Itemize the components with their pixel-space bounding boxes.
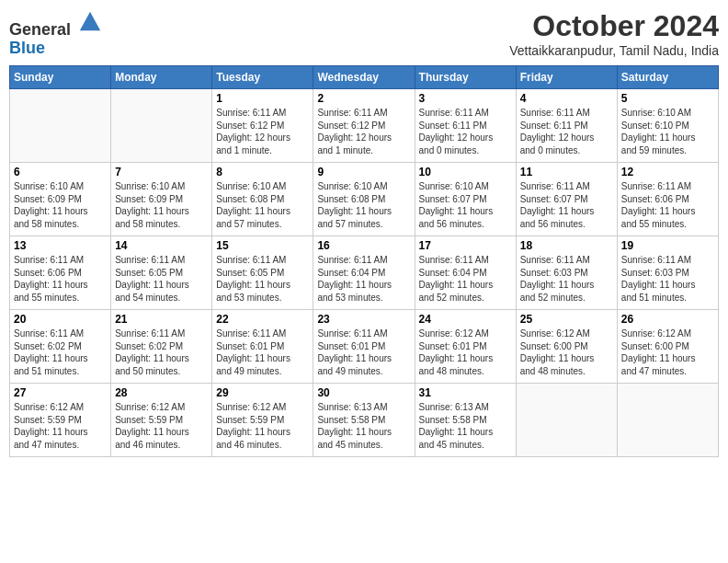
- day-number: 30: [317, 386, 410, 399]
- calendar-cell: 8Sunrise: 6:10 AMSunset: 6:08 PMDaylight…: [212, 163, 313, 236]
- day-number: 7: [115, 166, 208, 178]
- calendar-cell: 22Sunrise: 6:11 AMSunset: 6:01 PMDayligh…: [212, 310, 313, 384]
- day-info: Sunrise: 6:11 AMSunset: 6:01 PMDaylight:…: [317, 327, 410, 377]
- calendar-cell: [10, 89, 111, 163]
- day-header-thursday: Thursday: [415, 66, 516, 89]
- day-number: 15: [216, 239, 309, 252]
- day-info: Sunrise: 6:11 AMSunset: 6:07 PMDaylight:…: [520, 180, 613, 230]
- day-info: Sunrise: 6:12 AMSunset: 6:00 PMDaylight:…: [621, 327, 714, 377]
- calendar-cell: 16Sunrise: 6:11 AMSunset: 6:04 PMDayligh…: [313, 236, 415, 310]
- calendar-cell: 25Sunrise: 6:12 AMSunset: 6:00 PMDayligh…: [516, 310, 617, 384]
- day-info: Sunrise: 6:12 AMSunset: 6:01 PMDaylight:…: [419, 327, 512, 377]
- day-info: Sunrise: 6:10 AMSunset: 6:09 PMDaylight:…: [115, 180, 208, 230]
- calendar-header: SundayMondayTuesdayWednesdayThursdayFrid…: [10, 66, 719, 89]
- day-number: 8: [216, 166, 309, 178]
- day-header-tuesday: Tuesday: [212, 66, 313, 89]
- calendar-cell: 15Sunrise: 6:11 AMSunset: 6:05 PMDayligh…: [212, 236, 313, 310]
- day-number: 23: [317, 313, 410, 326]
- logo-general: General: [9, 20, 71, 39]
- day-info: Sunrise: 6:11 AMSunset: 6:04 PMDaylight:…: [419, 254, 512, 304]
- day-number: 21: [115, 313, 208, 326]
- calendar-cell: 2Sunrise: 6:11 AMSunset: 6:12 PMDaylight…: [313, 89, 415, 163]
- day-number: 5: [621, 92, 714, 105]
- day-number: 9: [317, 166, 410, 178]
- day-number: 27: [14, 386, 107, 399]
- week-row-0: 1Sunrise: 6:11 AMSunset: 6:12 PMDaylight…: [10, 89, 719, 163]
- day-info: Sunrise: 6:12 AMSunset: 5:59 PMDaylight:…: [216, 401, 309, 451]
- calendar-cell: 7Sunrise: 6:10 AMSunset: 6:09 PMDaylight…: [111, 163, 212, 236]
- day-number: 18: [520, 239, 613, 252]
- day-info: Sunrise: 6:11 AMSunset: 6:06 PMDaylight:…: [14, 254, 107, 304]
- day-info: Sunrise: 6:10 AMSunset: 6:07 PMDaylight:…: [419, 180, 512, 230]
- calendar-cell: 30Sunrise: 6:13 AMSunset: 5:58 PMDayligh…: [313, 384, 415, 457]
- day-number: 6: [14, 166, 107, 178]
- calendar-cell: 29Sunrise: 6:12 AMSunset: 5:59 PMDayligh…: [212, 384, 313, 457]
- day-info: Sunrise: 6:10 AMSunset: 6:10 PMDaylight:…: [621, 107, 714, 156]
- day-number: 14: [115, 239, 208, 252]
- calendar-cell: 9Sunrise: 6:10 AMSunset: 6:08 PMDaylight…: [313, 163, 415, 236]
- day-header-wednesday: Wednesday: [313, 66, 415, 89]
- calendar-cell: 17Sunrise: 6:11 AMSunset: 6:04 PMDayligh…: [415, 236, 516, 310]
- day-info: Sunrise: 6:10 AMSunset: 6:08 PMDaylight:…: [216, 180, 309, 230]
- calendar-cell: 6Sunrise: 6:10 AMSunset: 6:09 PMDaylight…: [10, 163, 111, 236]
- calendar-cell: 11Sunrise: 6:11 AMSunset: 6:07 PMDayligh…: [516, 163, 617, 236]
- day-number: 20: [14, 313, 107, 326]
- month-title: October 2024: [509, 9, 719, 43]
- page-header: General Blue October 2024 Vettaikkaranpu…: [9, 9, 719, 58]
- day-number: 25: [520, 313, 613, 326]
- day-header-saturday: Saturday: [617, 66, 718, 89]
- week-row-3: 20Sunrise: 6:11 AMSunset: 6:02 PMDayligh…: [10, 310, 719, 384]
- day-header-friday: Friday: [516, 66, 617, 89]
- day-number: 19: [621, 239, 714, 252]
- calendar-cell: 13Sunrise: 6:11 AMSunset: 6:06 PMDayligh…: [10, 236, 111, 310]
- day-info: Sunrise: 6:11 AMSunset: 6:02 PMDaylight:…: [115, 327, 208, 377]
- day-header-monday: Monday: [111, 66, 212, 89]
- calendar-cell: 23Sunrise: 6:11 AMSunset: 6:01 PMDayligh…: [313, 310, 415, 384]
- header-row: SundayMondayTuesdayWednesdayThursdayFrid…: [10, 66, 719, 89]
- logo: General Blue: [9, 9, 103, 58]
- calendar-cell: 26Sunrise: 6:12 AMSunset: 6:00 PMDayligh…: [617, 310, 718, 384]
- calendar-body: 1Sunrise: 6:11 AMSunset: 6:12 PMDaylight…: [10, 89, 719, 457]
- calendar-cell: 4Sunrise: 6:11 AMSunset: 6:11 PMDaylight…: [516, 89, 617, 163]
- location: Vettaikkaranpudur, Tamil Nadu, India: [509, 43, 719, 58]
- calendar-cell: 5Sunrise: 6:10 AMSunset: 6:10 PMDaylight…: [617, 89, 718, 163]
- day-number: 13: [14, 239, 107, 252]
- day-info: Sunrise: 6:11 AMSunset: 6:06 PMDaylight:…: [621, 180, 714, 230]
- week-row-1: 6Sunrise: 6:10 AMSunset: 6:09 PMDaylight…: [10, 163, 719, 236]
- day-number: 28: [115, 386, 208, 399]
- day-number: 3: [419, 92, 512, 105]
- logo-blue: Blue: [9, 40, 103, 58]
- day-info: Sunrise: 6:11 AMSunset: 6:01 PMDaylight:…: [216, 327, 309, 377]
- calendar-cell: 19Sunrise: 6:11 AMSunset: 6:03 PMDayligh…: [617, 236, 718, 310]
- day-info: Sunrise: 6:11 AMSunset: 6:03 PMDaylight:…: [621, 254, 714, 304]
- calendar-cell: 18Sunrise: 6:11 AMSunset: 6:03 PMDayligh…: [516, 236, 617, 310]
- day-number: 4: [520, 92, 613, 105]
- day-info: Sunrise: 6:11 AMSunset: 6:02 PMDaylight:…: [14, 327, 107, 377]
- day-info: Sunrise: 6:11 AMSunset: 6:12 PMDaylight:…: [216, 107, 309, 156]
- svg-marker-0: [80, 12, 100, 31]
- calendar-cell: [111, 89, 212, 163]
- day-info: Sunrise: 6:12 AMSunset: 5:59 PMDaylight:…: [115, 401, 208, 451]
- day-number: 31: [419, 386, 512, 399]
- day-header-sunday: Sunday: [10, 66, 111, 89]
- day-info: Sunrise: 6:13 AMSunset: 5:58 PMDaylight:…: [317, 401, 410, 451]
- day-info: Sunrise: 6:12 AMSunset: 5:59 PMDaylight:…: [14, 401, 107, 451]
- day-info: Sunrise: 6:11 AMSunset: 6:12 PMDaylight:…: [317, 107, 410, 156]
- calendar-cell: 31Sunrise: 6:13 AMSunset: 5:58 PMDayligh…: [415, 384, 516, 457]
- calendar-cell: 27Sunrise: 6:12 AMSunset: 5:59 PMDayligh…: [10, 384, 111, 457]
- logo-icon: [77, 9, 103, 35]
- day-info: Sunrise: 6:11 AMSunset: 6:11 PMDaylight:…: [419, 107, 512, 156]
- day-number: 11: [520, 166, 613, 178]
- day-number: 12: [621, 166, 714, 178]
- day-number: 1: [216, 92, 309, 105]
- day-number: 16: [317, 239, 410, 252]
- week-row-4: 27Sunrise: 6:12 AMSunset: 5:59 PMDayligh…: [10, 384, 719, 457]
- day-number: 10: [419, 166, 512, 178]
- title-section: October 2024 Vettaikkaranpudur, Tamil Na…: [509, 9, 719, 58]
- calendar-cell: 14Sunrise: 6:11 AMSunset: 6:05 PMDayligh…: [111, 236, 212, 310]
- calendar-cell: 21Sunrise: 6:11 AMSunset: 6:02 PMDayligh…: [111, 310, 212, 384]
- calendar-cell: 24Sunrise: 6:12 AMSunset: 6:01 PMDayligh…: [415, 310, 516, 384]
- day-number: 24: [419, 313, 512, 326]
- day-info: Sunrise: 6:11 AMSunset: 6:05 PMDaylight:…: [216, 254, 309, 304]
- day-number: 29: [216, 386, 309, 399]
